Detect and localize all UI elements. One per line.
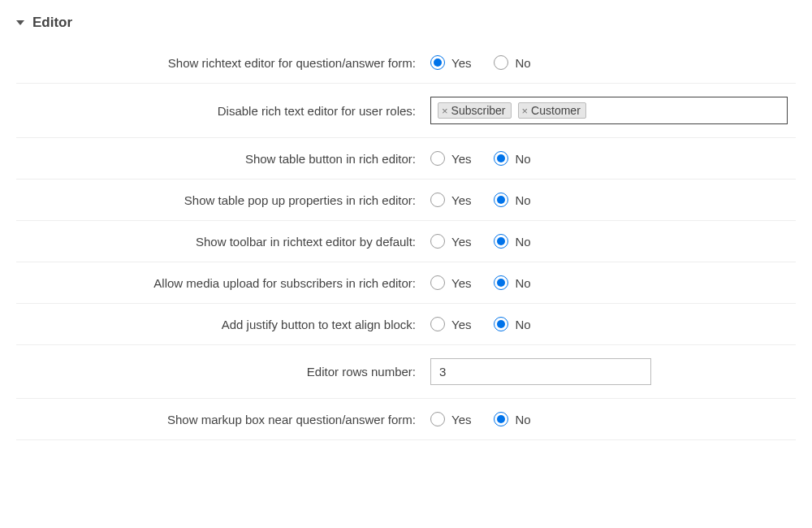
row-show-toolbar-default: Show toolbar in richtext editor by defau… <box>16 221 796 262</box>
radio-label-no: No <box>515 152 530 166</box>
row-show-table-popup: Show table pop up properties in rich edi… <box>16 180 796 221</box>
caret-down-icon <box>16 20 24 25</box>
tag-customer: × Customer <box>518 102 586 119</box>
radio-label-yes: Yes <box>451 193 471 207</box>
label-editor-rows: Editor rows number: <box>16 365 430 379</box>
radio-input[interactable] <box>430 234 445 249</box>
label-show-richtext: Show richtext editor for question/answer… <box>16 56 430 70</box>
remove-tag-icon[interactable]: × <box>442 106 448 116</box>
radio-show-table-button-yes[interactable]: Yes <box>430 151 471 166</box>
radio-label-no: No <box>515 56 530 70</box>
radio-allow-media-upload-yes[interactable]: Yes <box>430 275 471 290</box>
radio-show-markup-box-yes[interactable]: Yes <box>430 412 471 426</box>
radio-input[interactable] <box>494 55 508 70</box>
row-add-justify-button: Add justify button to text align block: … <box>16 304 796 345</box>
input-editor-rows <box>430 358 796 385</box>
input-show-toolbar-default: Yes No <box>430 234 796 249</box>
tag-text: Subscriber <box>451 104 506 117</box>
radio-input[interactable] <box>430 151 445 166</box>
radio-label-no: No <box>515 193 530 207</box>
input-disable-roles: × Subscriber × Customer <box>430 97 796 124</box>
radio-label-yes: Yes <box>451 318 471 331</box>
radio-allow-media-upload-no[interactable]: No <box>494 275 530 290</box>
editor-rows-input[interactable] <box>430 358 651 385</box>
row-editor-rows: Editor rows number: <box>16 345 796 399</box>
input-allow-media-upload: Yes No <box>430 275 796 290</box>
section-title: Editor <box>32 15 72 31</box>
radio-input[interactable] <box>430 55 445 70</box>
tag-input-roles[interactable]: × Subscriber × Customer <box>430 97 788 124</box>
input-show-table-button: Yes No <box>430 151 796 166</box>
label-show-table-button: Show table button in rich editor: <box>16 152 430 166</box>
radio-show-table-popup-no[interactable]: No <box>494 193 530 207</box>
radio-label-no: No <box>515 276 530 290</box>
radio-input[interactable] <box>430 317 445 331</box>
radio-input[interactable] <box>494 151 508 166</box>
radio-label-yes: Yes <box>451 56 471 70</box>
label-show-table-popup: Show table pop up properties in rich edi… <box>16 193 430 207</box>
row-allow-media-upload: Allow media upload for subscribers in ri… <box>16 262 796 304</box>
radio-input[interactable] <box>494 193 508 207</box>
tag-subscriber: × Subscriber <box>438 102 512 119</box>
radio-input[interactable] <box>494 317 508 331</box>
radio-show-markup-box-no[interactable]: No <box>494 412 530 426</box>
radio-input[interactable] <box>430 193 445 207</box>
radio-input[interactable] <box>494 412 508 426</box>
radio-add-justify-button-no[interactable]: No <box>494 317 530 331</box>
radio-show-richtext-yes[interactable]: Yes <box>430 55 471 70</box>
remove-tag-icon[interactable]: × <box>522 106 529 116</box>
input-show-markup-box: Yes No <box>430 412 796 426</box>
radio-label-no: No <box>515 235 530 249</box>
radio-label-no: No <box>515 413 530 426</box>
radio-show-table-button-no[interactable]: No <box>494 151 530 166</box>
section-header[interactable]: Editor <box>16 10 796 42</box>
radio-input[interactable] <box>494 275 508 290</box>
radio-label-yes: Yes <box>451 235 471 249</box>
label-show-markup-box: Show markup box near question/answer for… <box>16 413 430 426</box>
radio-label-yes: Yes <box>451 152 471 166</box>
radio-show-richtext-no[interactable]: No <box>494 55 530 70</box>
row-disable-roles: Disable rich text editor for user roles:… <box>16 84 796 138</box>
radio-show-toolbar-default-no[interactable]: No <box>494 234 530 249</box>
radio-label-no: No <box>515 318 530 331</box>
label-allow-media-upload: Allow media upload for subscribers in ri… <box>16 276 430 290</box>
label-disable-roles: Disable rich text editor for user roles: <box>16 104 430 118</box>
row-show-richtext: Show richtext editor for question/answer… <box>16 42 796 84</box>
radio-add-justify-button-yes[interactable]: Yes <box>430 317 471 331</box>
radio-input[interactable] <box>494 234 508 249</box>
row-show-table-button: Show table button in rich editor: Yes No <box>16 138 796 180</box>
tag-text: Customer <box>531 104 581 117</box>
radio-label-yes: Yes <box>451 413 471 426</box>
label-add-justify-button: Add justify button to text align block: <box>16 318 430 331</box>
row-show-markup-box: Show markup box near question/answer for… <box>16 399 796 440</box>
input-show-table-popup: Yes No <box>430 193 796 207</box>
radio-input[interactable] <box>430 412 445 426</box>
input-add-justify-button: Yes No <box>430 317 796 331</box>
radio-input[interactable] <box>430 275 445 290</box>
radio-show-table-popup-yes[interactable]: Yes <box>430 193 471 207</box>
input-show-richtext: Yes No <box>430 55 796 70</box>
radio-label-yes: Yes <box>451 276 471 290</box>
radio-show-toolbar-default-yes[interactable]: Yes <box>430 234 471 249</box>
label-show-toolbar-default: Show toolbar in richtext editor by defau… <box>16 235 430 249</box>
